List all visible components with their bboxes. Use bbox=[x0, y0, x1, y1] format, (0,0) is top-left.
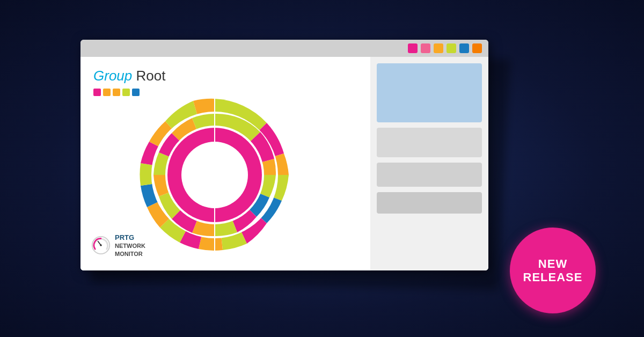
prtg-line1: NETWORK bbox=[115, 242, 145, 250]
prtg-brand: PRTG bbox=[115, 233, 145, 243]
right-card-gray2 bbox=[377, 163, 482, 187]
titlebar bbox=[80, 40, 488, 57]
title-italic: Group bbox=[93, 68, 132, 84]
prtg-text: PRTG NETWORK MONITOR bbox=[115, 233, 145, 258]
titlebar-dot-green bbox=[447, 43, 456, 53]
browser-window: Group Root bbox=[80, 40, 488, 270]
badge-line2: RELEASE bbox=[523, 270, 583, 284]
titlebar-dot-yellow bbox=[434, 43, 443, 53]
legend-dot-pink bbox=[93, 89, 101, 96]
legend-dot-yellow bbox=[103, 89, 111, 96]
titlebar-dot-blue bbox=[459, 43, 469, 53]
new-release-text: NEW RELEASE bbox=[523, 257, 583, 284]
scene: Group Root bbox=[80, 40, 564, 297]
badge-line1: NEW bbox=[523, 257, 583, 270]
gauge-icon bbox=[91, 236, 111, 255]
titlebar-dot-lightpink bbox=[421, 43, 430, 53]
prtg-logo: PRTG NETWORK MONITOR bbox=[91, 233, 145, 258]
content-area: Group Root bbox=[80, 57, 488, 270]
right-card-blue bbox=[377, 63, 482, 122]
svg-point-2 bbox=[100, 244, 102, 246]
prtg-line2: MONITOR bbox=[115, 250, 145, 258]
legend-dot-yellow2 bbox=[113, 89, 120, 96]
titlebar-dot-orange bbox=[472, 43, 482, 53]
center-white bbox=[181, 142, 248, 208]
right-card-gray3 bbox=[377, 192, 482, 214]
new-release-badge: NEW RELEASE bbox=[510, 228, 596, 313]
right-card-gray1 bbox=[377, 128, 482, 157]
right-panel bbox=[370, 57, 488, 270]
page-title: Group Root bbox=[93, 68, 357, 84]
title-rest: Root bbox=[132, 68, 165, 84]
donut-chart-container bbox=[123, 84, 306, 266]
main-panel: Group Root bbox=[80, 57, 370, 270]
titlebar-dot-pink bbox=[408, 43, 418, 53]
donut-chart-svg bbox=[123, 84, 306, 266]
